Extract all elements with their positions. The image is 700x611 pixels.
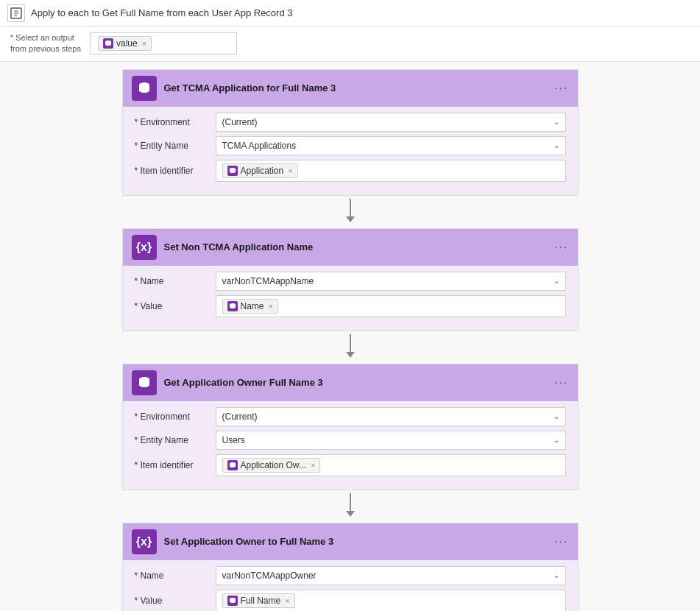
block1-header: Get TCMA Application for Full Name 3 ··· — [123, 70, 578, 107]
arrow-head — [346, 511, 355, 517]
flow-column: Get TCMA Application for Full Name 3 ···… — [15, 69, 685, 611]
block3-entity-input[interactable]: Users ⌄ — [216, 431, 566, 450]
arrow-2 — [346, 334, 355, 361]
block1-entity-row: * Entity Name TCMA Applications ⌄ — [135, 136, 566, 155]
block1-entity-label: * Entity Name — [135, 141, 208, 151]
db-icon — [227, 166, 238, 176]
close-icon[interactable]: × — [285, 596, 289, 605]
output-label: * Select an output from previous steps — [10, 32, 81, 55]
block1-title: Get TCMA Application for Full Name 3 — [164, 82, 336, 93]
block4-header: {x} Set Application Owner to Full Name 3… — [123, 523, 578, 560]
block1-item-row: * Item identifier Application — [135, 160, 566, 182]
block3-entity-value: Users — [222, 435, 245, 445]
arrow-line — [350, 493, 351, 511]
block2-name-row: * Name varNonTCMAappName ⌄ — [135, 272, 566, 291]
block1-env-row: * Environment (Current) ⌄ — [135, 113, 566, 132]
block2-name-value: varNonTCMAappName — [222, 276, 314, 286]
block1-item-input[interactable]: Application × — [216, 160, 566, 182]
block2-name-input[interactable]: varNonTCMAappName ⌄ — [216, 272, 566, 291]
block2-body: * Name varNonTCMAappName ⌄ * Value — [123, 266, 578, 331]
block1-env-input[interactable]: (Current) ⌄ — [216, 113, 566, 132]
block3-body: * Environment (Current) ⌄ * Entity Name … — [123, 401, 578, 490]
loop-icon — [7, 4, 25, 22]
arrow-head — [346, 216, 355, 222]
db-icon — [227, 460, 238, 470]
block2-name-label: * Name — [135, 276, 208, 286]
block3-env-input[interactable]: (Current) ⌄ — [216, 407, 566, 426]
block2-title: Set Non TCMA Application Name — [164, 241, 314, 252]
block4-title: Set Application Owner to Full Name 3 — [164, 536, 334, 547]
top-bar: Apply to each to Get Full Name from each… — [0, 0, 700, 27]
main-content: Get TCMA Application for Full Name 3 ···… — [0, 62, 700, 611]
block1-entity-input[interactable]: TCMA Applications ⌄ — [216, 136, 566, 155]
block1-env-value: (Current) — [222, 117, 258, 127]
block4-name-input[interactable]: varNonTCMAappOwner ⌄ — [216, 566, 566, 585]
block1-env-label: * Environment — [135, 117, 208, 127]
block3-env-row: * Environment (Current) ⌄ — [135, 407, 566, 426]
block2-more-icon[interactable]: ··· — [554, 241, 568, 254]
chevron-down-icon: ⌄ — [554, 571, 559, 579]
db-icon — [103, 38, 113, 49]
block4-body: * Name varNonTCMAappOwner ⌄ * Value — [123, 560, 578, 611]
output-bar: * Select an output from previous steps v… — [0, 27, 700, 62]
block3-item-row: * Item identifier Application Ow... — [135, 454, 566, 476]
block4-var-icon: {x} — [132, 529, 157, 554]
block3-db-icon — [132, 370, 157, 395]
block4-value-input[interactable]: Full Name × — [216, 590, 566, 611]
arrow-line — [350, 334, 351, 352]
close-icon[interactable]: × — [288, 166, 292, 175]
block3-entity-row: * Entity Name Users ⌄ — [135, 431, 566, 450]
block3-entity-label: * Entity Name — [135, 435, 208, 445]
block2-value-tag-text: Name — [241, 301, 264, 311]
chevron-down-icon: ⌄ — [554, 118, 559, 126]
block2-value-row: * Value Name × — [135, 295, 566, 317]
chevron-down-icon: ⌄ — [554, 436, 559, 444]
block2-header-left: {x} Set Non TCMA Application Name — [132, 235, 314, 260]
block1-more-icon[interactable]: ··· — [554, 82, 568, 95]
block-get-tcma: Get TCMA Application for Full Name 3 ···… — [122, 69, 579, 196]
block1-item-tag-text: Application — [241, 166, 284, 176]
block1-db-icon — [132, 76, 157, 101]
arrow-1 — [346, 199, 355, 225]
block1-entity-value: TCMA Applications — [222, 141, 297, 151]
close-icon[interactable]: × — [142, 39, 146, 48]
value-tag-text: value — [116, 38, 138, 49]
block1-header-left: Get TCMA Application for Full Name 3 — [132, 76, 336, 101]
block3-header-left: Get Application Owner Full Name 3 — [132, 370, 323, 395]
block4-value-label: * Value — [135, 596, 208, 606]
block2-value-label: * Value — [135, 301, 208, 311]
block4-value-row: * Value Full Name × — [135, 590, 566, 611]
top-bar-title: Apply to each to Get Full Name from each… — [31, 7, 293, 18]
block4-value-tag-text: Full Name — [241, 596, 281, 606]
chevron-down-icon: ⌄ — [554, 277, 559, 285]
chevron-down-icon: ⌄ — [554, 412, 559, 420]
close-icon[interactable]: × — [269, 302, 273, 311]
arrow-line — [350, 199, 351, 216]
block3-header: Get Application Owner Full Name 3 ··· — [123, 364, 578, 401]
block1-item-tag: Application × — [222, 163, 298, 178]
block-set-app-owner: {x} Set Application Owner to Full Name 3… — [122, 523, 579, 611]
output-value-box[interactable]: value × — [90, 32, 237, 54]
block3-env-label: * Environment — [135, 412, 208, 422]
value-tag: value × — [98, 36, 152, 51]
block2-value-input[interactable]: Name × — [216, 295, 566, 317]
block1-body: * Environment (Current) ⌄ * Entity Name … — [123, 107, 578, 195]
block3-env-value: (Current) — [222, 412, 258, 422]
block2-var-icon: {x} — [132, 235, 157, 260]
block4-name-row: * Name varNonTCMAappOwner ⌄ — [135, 566, 566, 585]
close-icon[interactable]: × — [311, 461, 315, 470]
block3-more-icon[interactable]: ··· — [554, 376, 568, 389]
block1-item-label: * Item identifier — [135, 166, 208, 176]
arrow-head — [346, 352, 355, 358]
block3-item-input[interactable]: Application Ow... × — [216, 454, 566, 476]
chevron-down-icon: ⌄ — [554, 141, 559, 149]
db-icon — [227, 301, 238, 311]
block4-more-icon[interactable]: ··· — [554, 535, 568, 548]
block4-header-left: {x} Set Application Owner to Full Name 3 — [132, 529, 334, 554]
db-icon — [227, 596, 238, 606]
block4-name-label: * Name — [135, 571, 208, 581]
block-set-non-tcma: {x} Set Non TCMA Application Name ··· * … — [122, 228, 579, 331]
block3-item-label: * Item identifier — [135, 460, 208, 470]
block3-title: Get Application Owner Full Name 3 — [164, 377, 323, 388]
arrow-3 — [346, 493, 355, 520]
